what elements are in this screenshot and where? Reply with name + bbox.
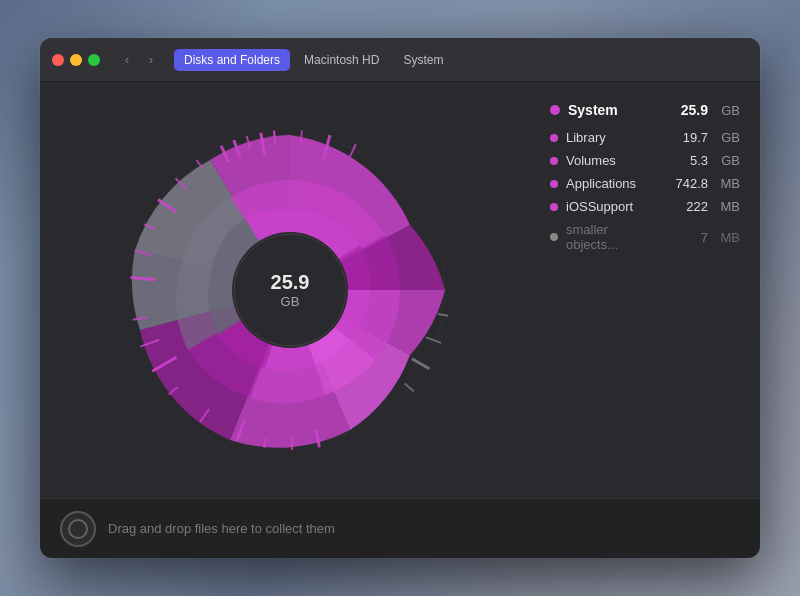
legend-value-volumes: 5.3 xyxy=(648,153,708,168)
legend-unit-applications: MB xyxy=(716,176,740,191)
legend-item-smaller[interactable]: smaller objects... 7 MB xyxy=(550,222,740,252)
maximize-button[interactable] xyxy=(88,54,100,66)
svg-rect-9 xyxy=(411,357,430,370)
legend-dot-iossupport xyxy=(550,203,558,211)
tab-system[interactable]: System xyxy=(393,49,453,71)
svg-point-29 xyxy=(232,232,348,348)
legend-name-applications: Applications xyxy=(566,176,640,191)
traffic-lights xyxy=(52,54,100,66)
content-area: 25.9 GB System 25.9 GB Library 19.7 GB xyxy=(40,82,760,498)
legend-value-applications: 742.8 xyxy=(648,176,708,191)
drop-target-icon[interactable] xyxy=(60,511,96,547)
legend-dot-volumes xyxy=(550,157,558,165)
svg-rect-8 xyxy=(426,336,442,343)
legend-unit-system: GB xyxy=(716,103,740,118)
legend-dot-system xyxy=(550,105,560,115)
legend-item-iossupport[interactable]: iOSSupport 222 MB xyxy=(550,199,740,214)
legend-dot-smaller xyxy=(550,233,558,241)
legend-item-volumes[interactable]: Volumes 5.3 GB xyxy=(550,153,740,168)
legend-name-volumes: Volumes xyxy=(566,153,640,168)
back-button[interactable]: ‹ xyxy=(116,49,138,71)
legend-value-library: 19.7 xyxy=(648,130,708,145)
legend-unit-library: GB xyxy=(716,130,740,145)
bottom-bar: Drag and drop files here to collect them xyxy=(40,498,760,558)
legend-name-iossupport: iOSSupport xyxy=(566,199,640,214)
legend-dot-applications xyxy=(550,180,558,188)
tab-macintosh-hd[interactable]: Macintosh HD xyxy=(294,49,389,71)
legend-value-iossupport: 222 xyxy=(648,199,708,214)
legend-name-smaller: smaller objects... xyxy=(566,222,640,252)
chart-area: 25.9 GB xyxy=(40,82,540,498)
nav-arrows: ‹ › xyxy=(116,49,162,71)
legend-name-library: Library xyxy=(566,130,640,145)
main-window: ‹ › Disks and Folders Macintosh HD Syste… xyxy=(40,38,760,558)
legend-item-library[interactable]: Library 19.7 GB xyxy=(550,130,740,145)
svg-rect-6 xyxy=(349,144,357,158)
sunburst-svg xyxy=(130,130,450,450)
close-button[interactable] xyxy=(52,54,64,66)
forward-button[interactable]: › xyxy=(140,49,162,71)
legend-unit-iossupport: MB xyxy=(716,199,740,214)
minimize-button[interactable] xyxy=(70,54,82,66)
legend-unit-volumes: GB xyxy=(716,153,740,168)
legend-value-system: 25.9 xyxy=(648,102,708,118)
drop-text: Drag and drop files here to collect them xyxy=(108,521,335,536)
sunburst-chart[interactable]: 25.9 GB xyxy=(130,130,450,450)
legend-value-smaller: 7 xyxy=(648,230,708,245)
svg-rect-12 xyxy=(291,436,293,450)
titlebar: ‹ › Disks and Folders Macintosh HD Syste… xyxy=(40,38,760,82)
legend-name-system: System xyxy=(568,102,640,118)
tab-disks-folders[interactable]: Disks and Folders xyxy=(174,49,290,71)
legend-item-system[interactable]: System 25.9 GB xyxy=(550,102,740,118)
legend-area: System 25.9 GB Library 19.7 GB Volumes 5… xyxy=(540,82,760,498)
legend-unit-smaller: MB xyxy=(716,230,740,245)
legend-dot-library xyxy=(550,134,558,142)
tab-bar: Disks and Folders Macintosh HD System xyxy=(174,49,453,71)
legend-item-applications[interactable]: Applications 742.8 MB xyxy=(550,176,740,191)
